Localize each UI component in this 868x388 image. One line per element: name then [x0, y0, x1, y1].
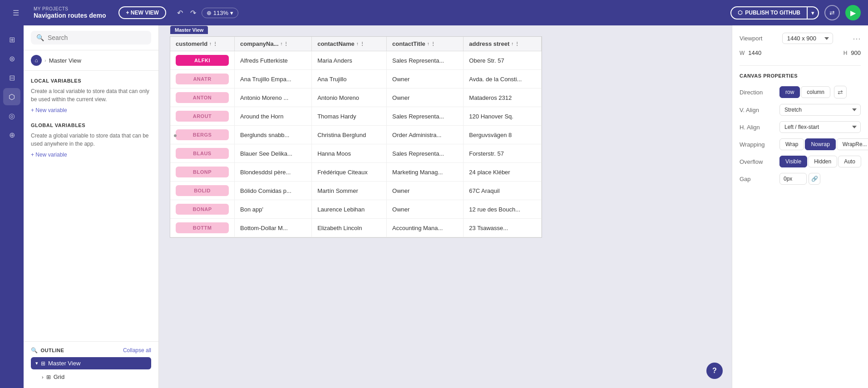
- cell-company: Bottom-Dollar M...: [235, 219, 312, 237]
- swap-button[interactable]: ⇄: [834, 86, 847, 98]
- gap-input-wrap: 🔗: [779, 173, 820, 185]
- outline-section: 🔍 OUTLINE Collapse all ▾ ⊞ Master View ›…: [24, 341, 158, 388]
- cell-contact: Hanna Moos: [312, 144, 387, 163]
- project-name: Navigation routes demo: [34, 12, 106, 20]
- play-button[interactable]: ▶: [845, 5, 861, 20]
- table-row[interactable]: BONAP Bon app' Laurence Lebihan Owner 12…: [170, 200, 542, 219]
- cell-title: Owner: [387, 182, 464, 200]
- auto-button[interactable]: Auto: [838, 156, 861, 167]
- sort-icon-company[interactable]: ↑ ⋮: [281, 41, 289, 46]
- sort-icon-address[interactable]: ↑ ⋮: [511, 41, 519, 46]
- w-label: W: [740, 50, 745, 56]
- menu-icon[interactable]: ☰: [7, 4, 25, 21]
- cell-title: Order Administra...: [387, 126, 464, 144]
- overflow-label: Overflow: [740, 158, 776, 165]
- table-row[interactable]: ANATR Ana Trujillo Empa... Ana Trujillo …: [170, 70, 542, 88]
- zoom-chevron-icon: ▾: [230, 10, 233, 16]
- publish-dropdown-button[interactable]: ▾: [808, 6, 819, 20]
- sidebar-plugins-icon[interactable]: ◎: [3, 107, 20, 124]
- icon-sidebar: ⊞ ⊛ ⊟ ⬡ ◎ ⊕: [0, 25, 24, 388]
- sidebar-assets-icon[interactable]: ⊕: [3, 126, 20, 143]
- master-view-outline-label: Master View: [48, 360, 80, 367]
- hidden-button[interactable]: Hidden: [808, 156, 837, 167]
- cell-address: 120 Hanover Sq.: [464, 107, 542, 126]
- customer-id-badge: BLONP: [176, 167, 229, 177]
- sidebar-components-icon[interactable]: ⊛: [3, 50, 20, 67]
- table-row[interactable]: AROUT Around the Horn Thomas Hardy Sales…: [170, 107, 542, 126]
- global-variables-desc: Create a global variable to store data t…: [31, 132, 151, 148]
- github-icon: ⬡: [738, 10, 742, 16]
- table-row[interactable]: BOTTM Bottom-Dollar M... Elizabeth Linco…: [170, 219, 542, 237]
- v-align-select[interactable]: Stretch Flex-start Center Flex-end: [779, 104, 861, 116]
- cell-contact: Frédérique Citeaux: [312, 163, 387, 182]
- h-align-select[interactable]: Left / flex-start Center Right / flex-en…: [779, 121, 861, 133]
- outline-header: 🔍 OUTLINE Collapse all: [31, 347, 151, 354]
- overflow-row: Overflow Visible Hidden Auto: [740, 156, 861, 167]
- table-row[interactable]: BLAUS Blauer See Delika... Hanna Moos Sa…: [170, 144, 542, 163]
- table-row[interactable]: BERGS Berglunds snabb... Christina Bergl…: [170, 126, 542, 144]
- global-new-variable-link[interactable]: + New variable: [31, 152, 151, 158]
- my-projects-label: MY PROJECTS: [34, 6, 106, 12]
- local-new-variable-link[interactable]: + New variable: [31, 107, 151, 113]
- table-header: customerId ↑ ⋮ companyNa... ↑ ⋮: [170, 37, 542, 51]
- cell-contact: Antonio Moreno: [312, 88, 387, 107]
- grid-icon: ⊞: [41, 360, 45, 367]
- cell-id: ANATR: [170, 70, 235, 88]
- master-view-row[interactable]: ⌂ › Master View: [24, 50, 158, 71]
- h-align-select-wrap: Left / flex-start Center Right / flex-en…: [779, 121, 861, 133]
- redo-button[interactable]: ↷: [188, 7, 198, 19]
- sidebar-variables-icon[interactable]: ⬡: [3, 88, 20, 105]
- wrapre-button[interactable]: WrapRe...: [837, 138, 868, 150]
- table-row[interactable]: ANTON Antonio Moreno ... Antonio Moreno …: [170, 88, 542, 107]
- cell-address: Mataderos 2312: [464, 88, 542, 107]
- sort-icon-contact[interactable]: ↑ ⋮: [356, 41, 365, 46]
- wrapping-row: Wrapping Wrap Nowrap WrapRe...: [740, 138, 861, 150]
- canvas-props-title: CANVAS PROPERTIES: [740, 65, 861, 79]
- sort-icon-title[interactable]: ↑ ⋮: [427, 41, 435, 46]
- undo-button[interactable]: ↶: [175, 7, 185, 19]
- nowrap-button[interactable]: Nowrap: [805, 138, 835, 150]
- customer-id-badge: BERGS: [176, 129, 229, 140]
- new-view-button[interactable]: + NEW VIEW: [118, 6, 166, 19]
- h-value: 900: [851, 49, 861, 56]
- table-row[interactable]: ALFKI Alfreds Futterkiste Maria Anders S…: [170, 51, 542, 70]
- table-row[interactable]: BLONP Blondesddsl père... Frédérique Cit…: [170, 163, 542, 182]
- wrap-button[interactable]: Wrap: [779, 138, 804, 150]
- data-table: customerId ↑ ⋮ companyNa... ↑ ⋮: [170, 37, 542, 237]
- gap-input[interactable]: [779, 173, 807, 185]
- search-input[interactable]: [48, 34, 146, 41]
- row-button[interactable]: row: [779, 86, 800, 98]
- table-row[interactable]: BOLID Bólido Comidas p... Martín Sommer …: [170, 182, 542, 200]
- sidebar-data-icon[interactable]: ⊟: [3, 69, 20, 86]
- table-body: ALFKI Alfreds Futterkiste Maria Anders S…: [170, 51, 542, 237]
- viewport-select[interactable]: 1440 x 900 1920 x 1080 375 x 812: [782, 33, 833, 44]
- visible-button[interactable]: Visible: [779, 156, 807, 167]
- v-align-label: V. Align: [740, 107, 776, 113]
- help-button[interactable]: ?: [706, 363, 723, 379]
- outline-master-view-item[interactable]: ▾ ⊞ Master View: [31, 357, 151, 369]
- sort-icon-customerid[interactable]: ↑ ⋮: [209, 41, 217, 46]
- canvas-area: Master View customerId ↑ ⋮ company: [159, 25, 732, 388]
- cell-title: Sales Representa...: [387, 144, 464, 163]
- gap-link-button[interactable]: 🔗: [809, 173, 820, 185]
- left-panel: 🔍 ⌂ › Master View LOCAL VARIABLES Create…: [24, 25, 159, 388]
- share-button[interactable]: ⇄: [824, 5, 840, 20]
- cell-address: Berguvsvägen 8: [464, 126, 542, 144]
- h-align-label: H. Align: [740, 124, 776, 131]
- collapse-all-link[interactable]: Collapse all: [123, 347, 151, 354]
- zoom-control[interactable]: ⊕ 113% ▾: [202, 8, 238, 18]
- outline-grid-item[interactable]: › ⊞ Grid: [31, 371, 151, 383]
- viewport-more-icon[interactable]: ⋯: [853, 34, 861, 44]
- topbar-actions: ↶ ↷ ⊕ 113% ▾: [175, 7, 238, 19]
- cell-id: BLAUS: [170, 144, 235, 163]
- sidebar-layers-icon[interactable]: ⊞: [3, 31, 20, 48]
- column-button[interactable]: column: [801, 86, 830, 98]
- col-address: address street ↑ ⋮: [464, 37, 542, 51]
- grid-small-icon: ⊞: [46, 374, 51, 380]
- publish-button[interactable]: ⬡ PUBLISH TO GITHUB: [730, 6, 808, 20]
- cell-id: BONAP: [170, 200, 235, 219]
- search-icon: 🔍: [36, 34, 44, 41]
- gap-label: Gap: [740, 176, 776, 182]
- cell-company: Blauer See Delika...: [235, 144, 312, 163]
- customer-id-badge: ANATR: [176, 74, 229, 84]
